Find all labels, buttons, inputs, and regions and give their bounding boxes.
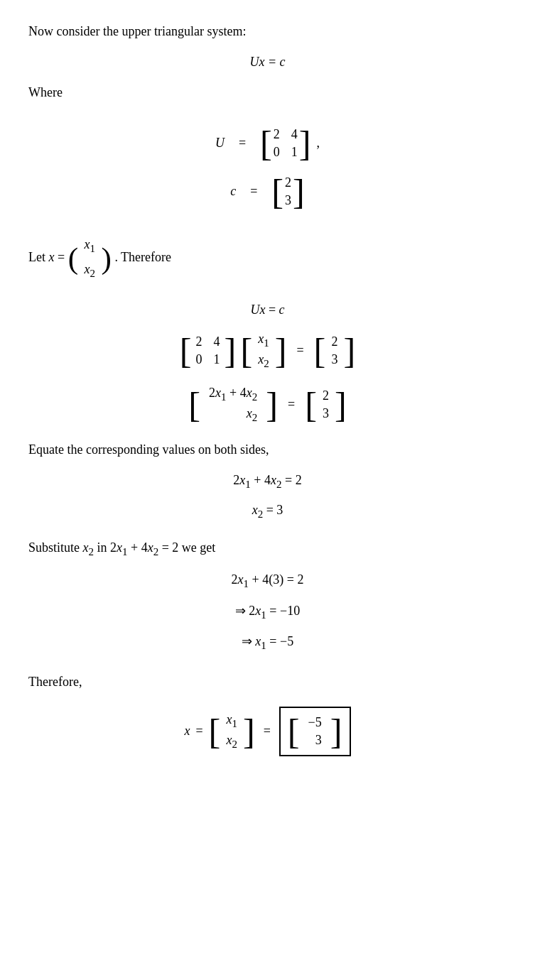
c-label: c <box>230 184 236 199</box>
intro-text: Now consider the upper triangular system… <box>28 21 507 42</box>
therefore-final: Therefore, <box>28 672 507 692</box>
ux-c-again: Ux = c <box>28 303 507 317</box>
step2-display: ⇒ 2x1 = −10 <box>28 603 507 621</box>
U-matrix-display: U = [ 2 4 0 1 ] , c = [ 2 3 <box>28 123 507 212</box>
c-vector: [ 2 3 ] <box>271 171 305 212</box>
ux-eq: Ux = c <box>249 55 285 70</box>
ux-eq-display: Ux = c <box>28 55 507 70</box>
substitute-text: Substitute x2 in 2x1 + 4x2 = 2 we get <box>28 538 507 560</box>
step3-display: ⇒ x1 = −5 <box>28 633 507 652</box>
intro-sentence: Now consider the upper triangular system… <box>28 24 246 38</box>
where-label: Where <box>28 82 507 103</box>
boxed-answer: [ −5 3 ] <box>279 707 351 756</box>
eq2-display: x2 = 3 <box>28 503 507 521</box>
step1-display: 2x1 + 4(3) = 2 <box>28 572 507 590</box>
equate-text: Equate the corresponding values on both … <box>28 440 507 460</box>
eq1-display: 2x1 + 4x2 = 2 <box>28 473 507 491</box>
comma-after-U: , <box>317 136 320 151</box>
let-x-block: Let x = ( x1 x2 ) . Therefore <box>28 234 507 283</box>
expanded-matrix-eq: [ 2x1 + 4x2 x2 ] = [ 2 3 ] <box>28 384 507 425</box>
final-answer-display: x = [ x1 x2 ] = [ −5 3 ] <box>28 707 507 756</box>
U-matrix: [ 2 4 0 1 ] <box>260 123 311 164</box>
matrix-mult-eq: [ 2 4 0 1 ] [ x1 x2 ] = [ 2 3 <box>28 330 507 371</box>
U-label: U <box>215 136 225 151</box>
